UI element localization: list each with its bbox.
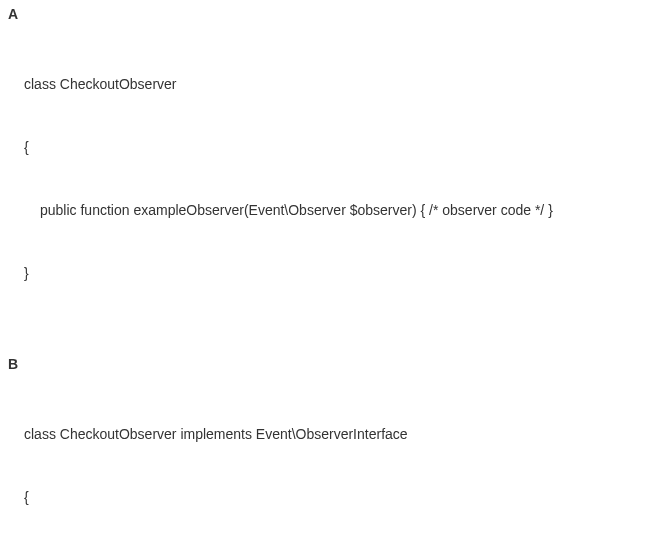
code-line: class CheckoutObserver xyxy=(24,74,658,95)
code-block: class CheckoutObserver { public function… xyxy=(8,32,658,326)
option-b: B class CheckoutObserver implements Even… xyxy=(8,356,658,533)
code-block: class CheckoutObserver implements Event\… xyxy=(8,382,658,533)
question-options: A class CheckoutObserver { public functi… xyxy=(0,0,666,533)
option-letter: B xyxy=(8,356,658,372)
code-line: { xyxy=(24,137,658,158)
code-line: public function exampleObserver(Event\Ob… xyxy=(24,200,658,221)
option-a: A class CheckoutObserver { public functi… xyxy=(8,6,658,326)
code-line: { xyxy=(24,487,658,508)
code-line: } xyxy=(24,263,658,284)
code-line: class CheckoutObserver implements Event\… xyxy=(24,424,658,445)
option-letter: A xyxy=(8,6,658,22)
